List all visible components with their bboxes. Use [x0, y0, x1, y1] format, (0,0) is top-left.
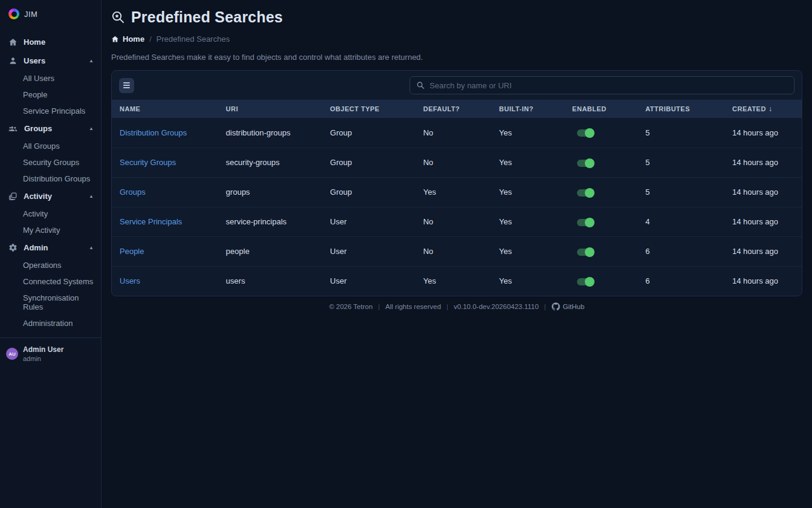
sidebar-item-label: Groups — [24, 124, 52, 133]
cell-name: Distribution Groups — [112, 118, 218, 148]
toggle-knob — [585, 158, 594, 168]
sidebar-item-admin[interactable]: Admin▴ — [0, 238, 101, 257]
sidebar-item-groups[interactable]: Groups▴ — [0, 119, 101, 138]
columns-menu-button[interactable] — [119, 78, 134, 93]
search-name-link[interactable]: Security Groups — [120, 158, 176, 167]
table-row: Security Groupssecurity-groupsGroupNoYes… — [112, 148, 802, 177]
cell-attributes: 6 — [637, 266, 724, 296]
sidebar-subitem-security-groups[interactable]: Security Groups — [0, 154, 101, 171]
search-input[interactable] — [430, 81, 788, 90]
predefined-searches-card: NAMEURIOBJECT TYPEDEFAULT?BUILT-IN?ENABL… — [111, 70, 802, 296]
chevron-up-icon: ▴ — [90, 246, 92, 250]
column-header-label: CREATED — [732, 105, 766, 112]
user-name: Admin User — [23, 345, 63, 354]
chevron-up-icon: ▴ — [90, 59, 92, 63]
cell-default: Yes — [415, 266, 491, 296]
breadcrumb-separator: / — [149, 34, 152, 44]
column-header-created[interactable]: CREATED↓ — [724, 100, 802, 118]
search-name-link[interactable]: Users — [120, 276, 140, 285]
cell-default: No — [415, 207, 491, 236]
column-header-default[interactable]: DEFAULT? — [415, 100, 491, 118]
column-header-enabled[interactable]: ENABLED — [564, 100, 637, 118]
search-name-link[interactable]: People — [120, 247, 144, 256]
cell-attributes: 5 — [637, 118, 724, 148]
home-icon — [111, 35, 119, 43]
sidebar-item-label: Activity — [24, 192, 52, 201]
app-logo[interactable]: JIM — [0, 6, 101, 28]
search-name-link[interactable]: Groups — [120, 187, 146, 197]
cell-uri: service-principals — [218, 207, 322, 236]
column-header-object-type[interactable]: OBJECT TYPE — [322, 100, 415, 118]
toggle-knob — [585, 218, 594, 227]
sidebar-user-text: Admin User admin — [23, 345, 63, 362]
cell-built-in: Yes — [491, 236, 564, 266]
sidebar-subitem-synchronisation-rules[interactable]: Synchronisation Rules — [0, 290, 101, 315]
column-header-label: ENABLED — [572, 105, 607, 112]
enabled-toggle[interactable] — [577, 249, 593, 256]
table-row: Distribution Groupsdistribution-groupsGr… — [112, 118, 802, 148]
column-header-name[interactable]: NAME — [112, 100, 218, 118]
sidebar-subitem-distribution-groups[interactable]: Distribution Groups — [0, 171, 101, 187]
sidebar-subitem-operations[interactable]: Operations — [0, 257, 101, 273]
column-header-built-in[interactable]: BUILT-IN? — [491, 100, 564, 118]
sidebar-item-label: Home — [24, 37, 45, 47]
cell-created: 14 hours ago — [724, 207, 802, 236]
cell-attributes: 5 — [637, 148, 724, 177]
toggle-knob — [585, 277, 594, 287]
column-header-label: OBJECT TYPE — [330, 105, 379, 112]
cell-created: 14 hours ago — [724, 177, 802, 207]
cell-attributes: 6 — [637, 236, 724, 266]
enabled-toggle[interactable] — [577, 219, 593, 226]
footer-copyright: © 2026 Tetron — [329, 303, 373, 310]
cell-built-in: Yes — [491, 118, 564, 148]
search-name-link[interactable]: Distribution Groups — [120, 128, 187, 137]
sidebar-subitem-service-principals[interactable]: Service Principals — [0, 103, 101, 119]
sidebar-subitem-connected-systems[interactable]: Connected Systems — [0, 273, 101, 290]
table-row: PeoplepeopleUserNoYes614 hours ago — [112, 236, 802, 266]
cell-default: No — [415, 118, 491, 148]
cell-object-type: Group — [322, 118, 415, 148]
sidebar: JIM HomeUsers▴All UsersPeopleService Pri… — [0, 0, 102, 508]
cell-built-in: Yes — [491, 148, 564, 177]
cell-built-in: Yes — [491, 266, 564, 296]
enabled-toggle[interactable] — [577, 129, 593, 137]
enabled-toggle[interactable] — [577, 189, 593, 197]
sidebar-subitem-my-activity[interactable]: My Activity — [0, 222, 101, 238]
cell-enabled — [564, 177, 637, 207]
user-username: admin — [23, 355, 63, 362]
column-header-label: URI — [226, 105, 238, 112]
column-header-uri[interactable]: URI — [218, 100, 322, 118]
breadcrumb-home-label: Home — [123, 34, 144, 44]
table-header: NAMEURIOBJECT TYPEDEFAULT?BUILT-IN?ENABL… — [112, 100, 802, 118]
page-title: Predefined Searches — [131, 8, 283, 26]
cell-object-type: Group — [322, 148, 415, 177]
enabled-toggle[interactable] — [577, 278, 593, 285]
sidebar-subitem-administration[interactable]: Administration — [0, 315, 101, 331]
column-header-label: ATTRIBUTES — [645, 105, 690, 112]
sidebar-user-item[interactable]: AU Admin User admin — [0, 338, 101, 370]
cell-uri: security-groups — [218, 148, 322, 177]
sidebar-subitem-activity[interactable]: Activity — [0, 206, 101, 222]
sidebar-item-label: Admin — [24, 243, 48, 252]
search-box — [410, 76, 794, 94]
cell-enabled — [564, 207, 637, 236]
sidebar-item-label: Users — [24, 56, 45, 65]
footer-rights: All rights reserved — [385, 303, 441, 310]
sidebar-subitem-people[interactable]: People — [0, 86, 101, 103]
sidebar-item-activity[interactable]: Activity▴ — [0, 187, 101, 206]
enabled-toggle[interactable] — [577, 160, 593, 167]
cell-built-in: Yes — [491, 177, 564, 207]
page-description: Predefined Searches make it easy to find… — [111, 53, 802, 62]
breadcrumb-home-link[interactable]: Home — [111, 34, 144, 44]
main-content: Predefined Searches Home / Predefined Se… — [102, 0, 812, 508]
sort-desc-arrow-icon: ↓ — [768, 105, 773, 113]
sidebar-subitem-all-groups[interactable]: All Groups — [0, 138, 101, 154]
column-header-attributes[interactable]: ATTRIBUTES — [637, 100, 724, 118]
github-link[interactable]: GitHub — [552, 302, 585, 311]
sidebar-item-home[interactable]: Home — [0, 33, 101, 51]
footer-separator: | — [378, 303, 380, 310]
search-name-link[interactable]: Service Principals — [120, 217, 182, 226]
sidebar-item-users[interactable]: Users▴ — [0, 51, 101, 70]
sidebar-subitem-all-users[interactable]: All Users — [0, 70, 101, 86]
cell-name: Groups — [112, 177, 218, 207]
